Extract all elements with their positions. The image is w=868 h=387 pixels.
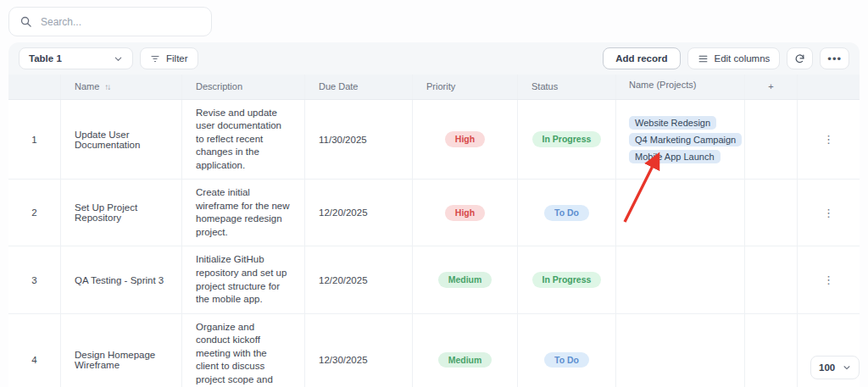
header-status[interactable]: Status — [518, 75, 616, 99]
cell-status[interactable]: In Progress — [518, 246, 616, 312]
header-projects[interactable]: Name (Projects) — [616, 75, 745, 99]
row-number: 4 — [8, 314, 61, 387]
table-row: 1 Update User Documentation Revise and u… — [8, 100, 860, 180]
cell-name[interactable]: Update User Documentation — [61, 100, 182, 180]
cell-projects[interactable]: Website RedesignQ4 Marketing CampaignMob… — [616, 100, 745, 180]
cell-due-date[interactable]: 12/20/2025 — [305, 180, 413, 246]
cell-projects[interactable] — [616, 246, 745, 312]
kebab-icon: ⋮ — [823, 134, 834, 145]
priority-badge: Medium — [438, 272, 492, 288]
table-header-row: Name ↑↓ Description Due Date Priority St… — [8, 75, 860, 100]
header-row-number — [8, 75, 61, 99]
refresh-button[interactable] — [787, 47, 813, 69]
cell-name[interactable]: Set Up Project Repository — [61, 180, 182, 246]
header-description[interactable]: Description — [182, 75, 305, 99]
cell-empty — [745, 180, 798, 246]
table-body: 1 Update User Documentation Revise and u… — [8, 100, 860, 387]
search-input[interactable] — [41, 16, 201, 28]
more-options-button[interactable]: ••• — [820, 47, 849, 69]
ellipsis-icon: ••• — [827, 53, 842, 64]
filter-label: Filter — [166, 53, 188, 64]
header-due-date[interactable]: Due Date — [305, 75, 413, 99]
kebab-icon: ⋮ — [823, 207, 834, 218]
status-badge: In Progress — [532, 272, 602, 288]
edit-columns-button[interactable]: Edit columns — [687, 47, 781, 69]
cell-status[interactable]: In Progress — [518, 100, 616, 180]
refresh-icon — [794, 53, 805, 64]
status-badge: In Progress — [532, 131, 602, 147]
cell-empty — [745, 314, 798, 387]
cell-description[interactable]: Create initial wireframe for the new hom… — [182, 180, 305, 246]
filter-icon — [150, 53, 160, 64]
chevron-down-icon — [114, 54, 123, 64]
cell-name[interactable]: QA Testing - Sprint 3 — [61, 246, 182, 312]
page-size-select[interactable]: 100 — [810, 356, 860, 379]
cell-description[interactable]: Revise and update user documentation to … — [182, 100, 305, 180]
cell-description[interactable]: Initialize GitHub repository and set up … — [182, 246, 305, 312]
add-record-label: Add record — [615, 53, 667, 64]
status-badge: To Do — [544, 205, 589, 221]
table-select[interactable]: Table 1 — [19, 47, 133, 69]
project-tag[interactable]: Q4 Marketing Campaign — [629, 133, 742, 147]
row-number: 2 — [8, 180, 61, 246]
add-record-button[interactable]: Add record — [603, 47, 680, 69]
cell-empty — [745, 246, 798, 312]
kebab-icon: ⋮ — [823, 274, 834, 285]
add-column-button[interactable]: + — [745, 75, 798, 99]
page-size-value: 100 — [819, 362, 835, 373]
cell-priority[interactable]: High — [413, 100, 518, 180]
cell-projects[interactable] — [616, 180, 745, 246]
columns-icon — [698, 53, 709, 64]
header-actions — [798, 75, 860, 99]
search-icon — [19, 15, 32, 28]
row-number: 1 — [8, 100, 61, 180]
cell-due-date[interactable]: 12/30/2025 — [305, 314, 413, 387]
cell-priority[interactable]: Medium — [413, 246, 518, 312]
table-select-value: Table 1 — [29, 53, 62, 64]
cell-priority[interactable]: Medium — [413, 314, 518, 387]
priority-badge: Medium — [438, 352, 492, 368]
priority-badge: High — [445, 131, 485, 147]
sort-icon[interactable]: ↑↓ — [104, 82, 109, 91]
row-menu-button[interactable]: ⋮ — [798, 180, 860, 246]
project-tag[interactable]: Mobile App Launch — [629, 150, 721, 163]
row-number: 3 — [8, 246, 61, 312]
table-panel: Table 1 Filter Add record Edit columns •… — [8, 42, 860, 349]
toolbar: Table 1 Filter Add record Edit columns •… — [8, 42, 860, 75]
cell-status[interactable]: To Do — [518, 180, 616, 246]
table-row: 3 QA Testing - Sprint 3 Initialize GitHu… — [8, 246, 860, 313]
priority-badge: High — [445, 205, 485, 221]
cell-empty — [745, 100, 798, 180]
row-menu-button[interactable]: ⋮ — [798, 100, 860, 180]
edit-columns-label: Edit columns — [715, 53, 771, 64]
table-row: 2 Set Up Project Repository Create initi… — [8, 180, 860, 246]
search-bar[interactable] — [8, 7, 212, 36]
cell-projects[interactable] — [616, 314, 745, 387]
status-badge: To Do — [544, 352, 589, 368]
cell-due-date[interactable]: 11/30/2025 — [305, 100, 413, 180]
cell-description[interactable]: Organize and conduct kickoff meeting wit… — [182, 314, 305, 387]
row-menu-button[interactable]: ⋮ — [798, 246, 860, 312]
header-name[interactable]: Name ↑↓ — [61, 75, 182, 99]
cell-priority[interactable]: High — [413, 180, 518, 246]
cell-status[interactable]: To Do — [518, 314, 616, 387]
records-table: Name ↑↓ Description Due Date Priority St… — [8, 75, 860, 387]
header-priority[interactable]: Priority — [413, 75, 518, 99]
filter-button[interactable]: Filter — [140, 47, 198, 69]
cell-due-date[interactable]: 12/20/2025 — [305, 246, 413, 312]
table-row: 4 Design Homepage Wireframe Organize and… — [8, 314, 860, 387]
project-tag[interactable]: Website Redesign — [629, 116, 716, 130]
chevron-down-icon — [843, 363, 851, 372]
cell-name[interactable]: Design Homepage Wireframe — [61, 314, 182, 387]
